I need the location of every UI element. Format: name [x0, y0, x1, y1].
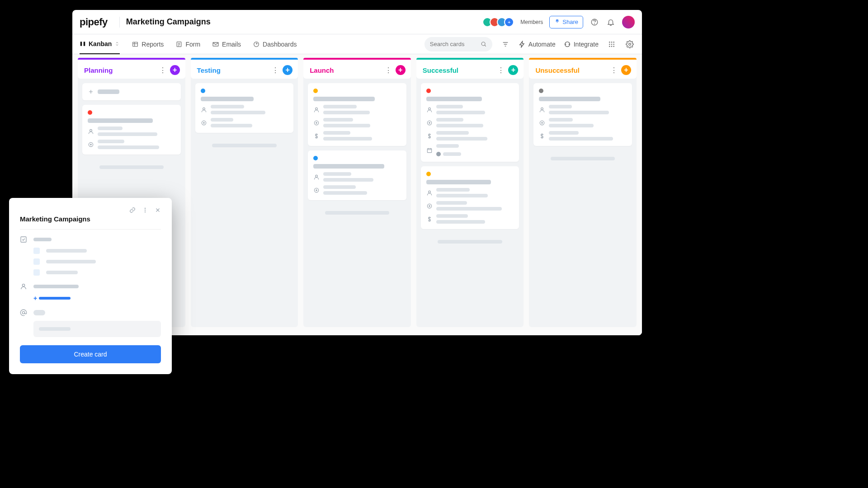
help-icon[interactable]	[590, 17, 599, 27]
link-icon[interactable]	[129, 207, 136, 213]
card-status-dot	[539, 89, 543, 93]
apps-icon[interactable]	[607, 39, 617, 49]
column-header: Planning⋮+	[78, 60, 185, 79]
add-card-button[interactable]: +	[621, 65, 631, 75]
svg-point-17	[613, 46, 614, 47]
kanban-card[interactable]	[82, 105, 181, 155]
column-header: Testing⋮+	[191, 60, 298, 79]
svg-point-41	[145, 208, 146, 209]
card-field	[88, 140, 175, 149]
user-avatar[interactable]	[622, 16, 635, 28]
new-card-stub[interactable]	[82, 83, 181, 100]
search-input-wrapper[interactable]	[425, 37, 492, 52]
kanban-card[interactable]	[195, 83, 294, 133]
filter-icon[interactable]	[500, 39, 510, 49]
share-label: Share	[562, 19, 578, 25]
integrate-button[interactable]: Integrate	[564, 41, 599, 48]
create-card-button[interactable]: Create card	[20, 345, 161, 363]
column-successful: Successful⋮+	[416, 58, 524, 327]
add-card-button[interactable]: +	[508, 65, 518, 75]
form-icon	[175, 41, 183, 48]
modal-input[interactable]	[33, 321, 161, 337]
column-menu[interactable]: ⋮	[497, 66, 505, 75]
logo[interactable]: pipefy	[80, 16, 108, 28]
target-icon	[313, 120, 320, 126]
card-field	[426, 144, 514, 156]
card-status-dot	[426, 89, 431, 93]
close-icon[interactable]	[155, 207, 161, 213]
column-launch: Launch⋮+	[303, 58, 411, 327]
column-header: Unsuccessful⋮+	[529, 60, 637, 79]
notifications-icon[interactable]	[606, 17, 616, 27]
column-menu[interactable]: ⋮	[159, 66, 166, 75]
dollar-icon	[539, 133, 545, 139]
column-menu[interactable]: ⋮	[385, 66, 392, 75]
tab-dashboards[interactable]: Dashboards	[253, 34, 297, 54]
automate-icon	[519, 41, 526, 48]
svg-point-33	[429, 122, 430, 123]
gear-icon[interactable]	[625, 39, 635, 49]
card-field	[201, 105, 288, 114]
skel	[33, 285, 79, 288]
divider	[20, 229, 161, 230]
target-icon	[539, 120, 545, 126]
svg-point-15	[609, 46, 610, 47]
card-field	[313, 131, 401, 141]
checkbox-item[interactable]	[33, 248, 40, 254]
column-menu[interactable]: ⋮	[272, 66, 279, 75]
dollar-icon	[426, 216, 433, 222]
card-field	[426, 118, 514, 127]
checkbox-item[interactable]	[33, 258, 40, 265]
create-card-modal: Marketing Campaigns + Create card	[9, 198, 172, 374]
svg-point-11	[613, 42, 614, 43]
user-icon	[426, 107, 433, 113]
column-footer	[529, 150, 637, 167]
checkbox-item[interactable]	[33, 269, 40, 276]
svg-rect-34	[427, 148, 431, 152]
add-card-button[interactable]: +	[170, 65, 180, 75]
card-field	[426, 201, 514, 211]
kanban-card[interactable]	[308, 150, 406, 200]
more-icon[interactable]	[142, 207, 148, 213]
avatar-stack[interactable]: +	[485, 17, 514, 27]
kanban-card[interactable]	[421, 166, 519, 229]
column-menu[interactable]: ⋮	[610, 66, 618, 75]
tab-emails[interactable]: Emails	[212, 34, 241, 54]
user-icon	[88, 128, 94, 135]
column-footer	[416, 234, 524, 250]
svg-point-12	[609, 43, 610, 45]
add-link[interactable]: +	[33, 295, 161, 302]
svg-point-14	[613, 43, 614, 45]
checklist-icon	[20, 236, 27, 243]
card-title-skel	[426, 180, 491, 184]
automate-button[interactable]: Automate	[519, 41, 556, 48]
kanban-card[interactable]	[308, 83, 406, 146]
add-card-button[interactable]: +	[396, 65, 406, 75]
kanban-card[interactable]	[421, 83, 519, 162]
card-status-dot	[426, 172, 431, 176]
svg-rect-3	[84, 42, 85, 46]
svg-point-16	[611, 46, 613, 47]
members-link[interactable]: Members	[520, 19, 543, 25]
share-button[interactable]: Share	[549, 16, 583, 28]
share-icon	[554, 19, 560, 25]
search-input[interactable]	[430, 41, 481, 47]
svg-point-1	[594, 23, 595, 24]
user-icon	[313, 174, 320, 180]
kanban-card[interactable]	[533, 83, 632, 146]
card-field	[426, 131, 514, 141]
svg-point-43	[145, 211, 146, 212]
card-field	[313, 172, 401, 182]
avatar-more[interactable]: +	[504, 17, 514, 27]
card-status-dot	[313, 156, 318, 160]
target-icon	[201, 120, 207, 126]
tab-form[interactable]: Form	[175, 34, 200, 54]
skel	[46, 271, 78, 274]
svg-point-42	[145, 210, 146, 211]
tab-reports[interactable]: Reports	[132, 34, 164, 54]
card-title-skel	[201, 97, 254, 101]
svg-point-46	[22, 311, 24, 314]
tab-kanban[interactable]: Kanban	[80, 34, 120, 54]
card-field	[313, 105, 401, 114]
add-card-button[interactable]: +	[283, 65, 292, 75]
